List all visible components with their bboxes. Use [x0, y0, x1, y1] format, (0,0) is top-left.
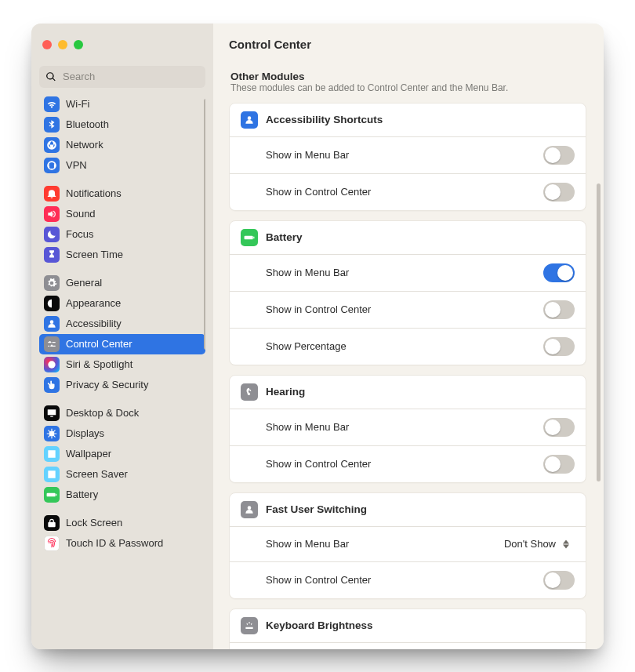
bluetooth-icon — [44, 117, 60, 133]
sidebar-item-general[interactable]: General — [39, 273, 205, 293]
card-header: Keyboard Brightness — [230, 609, 586, 642]
toggle-switch[interactable] — [543, 300, 575, 319]
toggle-switch[interactable] — [543, 146, 575, 165]
sidebar-group: GeneralAppearanceAccessibilityControl Ce… — [39, 273, 205, 395]
maximize-button[interactable] — [74, 40, 83, 49]
card-title: Battery — [266, 231, 303, 243]
sidebar-item-saver[interactable]: Screen Saver — [39, 464, 205, 485]
sidebar-item-label: Wi-Fi — [66, 98, 201, 110]
sidebar-item-label: Lock Screen — [66, 517, 201, 529]
battery-icon — [44, 487, 60, 503]
sidebar-group: Lock ScreenTouch ID & Password — [39, 513, 205, 554]
sidebar-item-vpn[interactable]: VPN — [39, 155, 205, 176]
traffic-lights — [42, 40, 83, 49]
sidebar-item-label: Privacy & Security — [66, 379, 201, 390]
sidebar-item-sound[interactable]: Sound — [39, 204, 205, 224]
accessibility-shortcuts-icon — [241, 111, 258, 129]
displays-icon — [44, 426, 60, 441]
sidebar-item-network[interactable]: Network — [39, 135, 205, 155]
card-hearing: HearingShow in Menu BarShow in Control C… — [229, 375, 586, 483]
minimize-button[interactable] — [58, 40, 67, 49]
sound-icon — [44, 206, 60, 222]
setting-row: Show in Menu Bar — [230, 254, 586, 291]
sidebar-item-label: Wallpaper — [66, 448, 201, 460]
setting-row: Show in Menu Bar — [230, 642, 586, 649]
sidebar-item-touchid[interactable]: Touch ID & Password — [39, 533, 205, 554]
accessibility-icon — [44, 316, 60, 332]
sidebar-item-bluetooth[interactable]: Bluetooth — [39, 114, 205, 135]
cards-container: Accessibility ShortcutsShow in Menu BarS… — [229, 103, 586, 649]
setting-row: Show in Control Center — [230, 173, 586, 210]
desktop-dock-icon — [44, 405, 60, 421]
sidebar-list[interactable]: Wi-FiBluetoothNetworkVPNNotificationsSou… — [39, 94, 205, 643]
setting-label: Show in Control Center — [266, 303, 534, 315]
card-title: Hearing — [266, 386, 305, 398]
control-center-icon — [44, 336, 60, 352]
setting-row: Show in Menu Bar — [230, 136, 586, 173]
sidebar-item-label: Bluetooth — [66, 118, 201, 130]
sidebar-item-label: Screen Saver — [66, 468, 201, 480]
window-title: Control Center — [229, 38, 311, 51]
keyboard-brightness-icon — [241, 617, 258, 634]
setting-label: Show in Menu Bar — [266, 538, 492, 550]
card-title: Fast User Switching — [266, 503, 367, 515]
screen-saver-icon — [44, 467, 60, 482]
sidebar-item-displays[interactable]: Displays — [39, 423, 205, 444]
toggle-switch[interactable] — [543, 455, 575, 474]
sidebar-item-privacy[interactable]: Privacy & Security — [39, 375, 205, 395]
setting-label: Show in Menu Bar — [266, 421, 534, 433]
section-title: Other Modules — [230, 71, 585, 82]
setting-label: Show in Menu Bar — [266, 267, 534, 278]
system-settings-window: Control Center Wi-FiBluetoothNetworkVPNN… — [31, 24, 604, 649]
sidebar-item-accessibility[interactable]: Accessibility — [39, 314, 205, 334]
titlebar-left — [31, 24, 213, 66]
wallpaper-icon — [44, 446, 60, 462]
privacy-icon — [44, 377, 60, 393]
section-heading: Other Modules These modules can be added… — [230, 71, 585, 93]
sidebar-item-controlcenter[interactable]: Control Center — [39, 334, 205, 354]
toggle-switch[interactable] — [543, 337, 575, 356]
card-keyboard-brightness: Keyboard BrightnessShow in Menu BarShow … — [229, 608, 586, 649]
network-icon — [44, 137, 60, 153]
sidebar-item-notifications[interactable]: Notifications — [39, 183, 205, 204]
sidebar-item-screentime[interactable]: Screen Time — [39, 245, 205, 265]
sidebar-item-label: Accessibility — [66, 318, 201, 329]
search-input[interactable] — [61, 70, 199, 83]
sidebar-item-appearance[interactable]: Appearance — [39, 293, 205, 314]
sidebar-item-lock[interactable]: Lock Screen — [39, 513, 205, 533]
sidebar-group: NotificationsSoundFocusScreen Time — [39, 183, 205, 265]
card-fast-user-switching: Fast User SwitchingShow in Menu BarDon't… — [229, 492, 586, 599]
toggle-switch[interactable] — [543, 183, 575, 202]
main-panel[interactable]: Other Modules These modules can be added… — [213, 66, 604, 649]
screen-time-icon — [44, 247, 60, 263]
card-header: Battery — [230, 221, 586, 254]
vpn-icon — [44, 158, 60, 173]
sidebar-item-focus[interactable]: Focus — [39, 224, 205, 245]
sidebar-item-wifi[interactable]: Wi-Fi — [39, 94, 205, 114]
titlebar-right: Control Center — [213, 24, 604, 66]
search-field[interactable] — [39, 66, 205, 88]
select-value: Don't Show — [504, 538, 556, 550]
appearance-icon — [44, 296, 60, 311]
hearing-icon — [241, 383, 258, 401]
sidebar-item-wallpaper[interactable]: Wallpaper — [39, 444, 205, 464]
card-battery: BatteryShow in Menu BarShow in Control C… — [229, 220, 586, 365]
sidebar-item-label: Desktop & Dock — [66, 407, 201, 419]
touch-id-icon — [44, 536, 60, 551]
sidebar-group: Wi-FiBluetoothNetworkVPN — [39, 94, 205, 176]
toggle-switch[interactable] — [543, 263, 575, 282]
sidebar-item-label: Displays — [66, 427, 201, 439]
sidebar-item-label: Network — [66, 139, 201, 151]
toggle-switch[interactable] — [543, 571, 575, 590]
sidebar-item-battery[interactable]: Battery — [39, 485, 205, 505]
sidebar-item-dock[interactable]: Desktop & Dock — [39, 403, 205, 423]
setting-row: Show in Menu Bar — [230, 409, 586, 445]
sidebar-item-label: Control Center — [66, 338, 201, 350]
sidebar-item-siri[interactable]: Siri & Spotlight — [39, 354, 205, 375]
sidebar-item-label: General — [66, 277, 201, 289]
select-popup[interactable]: Don't Show — [501, 536, 575, 553]
toggle-switch[interactable] — [543, 418, 575, 437]
close-button[interactable] — [42, 40, 52, 49]
setting-row: Show in Control Center — [230, 445, 586, 482]
stepper-icon — [561, 537, 572, 551]
